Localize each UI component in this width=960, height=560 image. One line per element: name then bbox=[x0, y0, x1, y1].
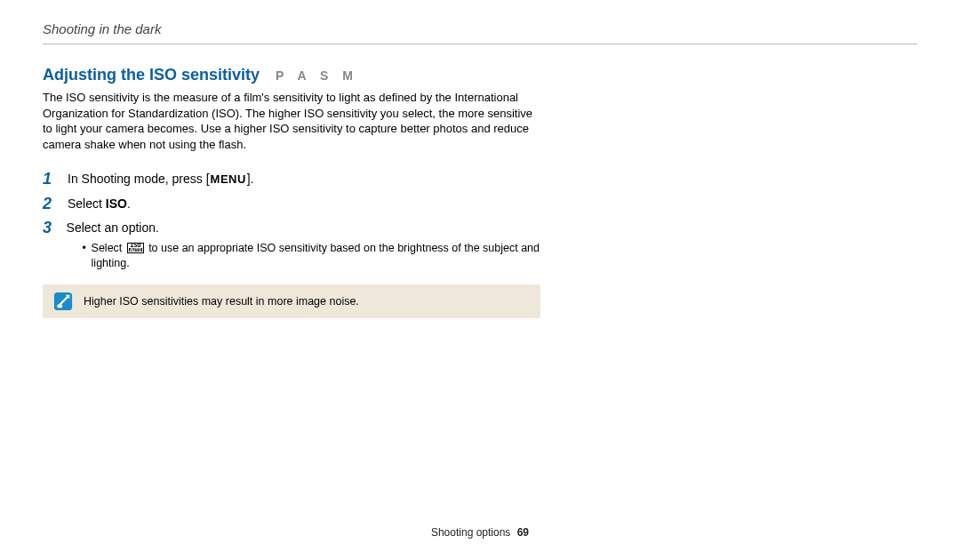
step-text: Select an option. Select ISOAUTO to use … bbox=[67, 219, 540, 271]
step-prefix: Select bbox=[68, 196, 106, 211]
main-content: Adjusting the ISO sensitivity P A S M Th… bbox=[43, 66, 540, 318]
step-number: 2 bbox=[43, 195, 59, 214]
footer-section: Shooting options bbox=[431, 526, 510, 539]
step-text: In Shooting mode, press [MENU]. bbox=[68, 170, 254, 188]
page-footer: Shooting options 69 bbox=[0, 526, 960, 539]
mode-indicators: P A S M bbox=[276, 68, 358, 83]
substep-prefix: Select bbox=[92, 242, 125, 254]
step-bold: ISO bbox=[106, 196, 127, 211]
step-2: 2 Select ISO. bbox=[43, 195, 540, 214]
footer-pagenum: 69 bbox=[517, 526, 529, 539]
step-prefix: In Shooting mode, press [ bbox=[68, 172, 210, 186]
step-main-text: Select an option. bbox=[67, 220, 159, 235]
menu-icon: MENU bbox=[211, 172, 246, 188]
note-icon bbox=[53, 292, 73, 311]
note-text: Higher ISO sensitivities may result in m… bbox=[84, 295, 359, 308]
iso-auto-icon: ISOAUTO bbox=[127, 243, 144, 253]
iso-auto-icon-bottom: AUTO bbox=[129, 248, 142, 252]
step-number: 3 bbox=[43, 219, 58, 238]
note-box: Higher ISO sensitivities may result in m… bbox=[43, 284, 540, 318]
substep-suffix: to use an appropriate ISO sensitivity ba… bbox=[92, 242, 540, 270]
section-heading: Adjusting the ISO sensitivity bbox=[43, 66, 260, 84]
divider bbox=[43, 44, 917, 44]
substep-list: Select ISOAUTO to use an appropriate ISO… bbox=[67, 241, 540, 272]
step-text: Select ISO. bbox=[68, 195, 131, 212]
breadcrumb: Shooting in the dark bbox=[43, 21, 917, 36]
svg-rect-3 bbox=[58, 304, 63, 308]
step-3: 3 Select an option. Select ISOAUTO to us… bbox=[43, 219, 540, 271]
step-list: 1 In Shooting mode, press [MENU]. 2 Sele… bbox=[43, 170, 540, 271]
step-number: 1 bbox=[43, 170, 59, 189]
step-suffix: . bbox=[127, 196, 131, 211]
intro-paragraph: The ISO sensitivity is the measure of a … bbox=[43, 90, 540, 152]
substep: Select ISOAUTO to use an appropriate ISO… bbox=[83, 241, 540, 272]
step-suffix: ]. bbox=[247, 172, 254, 186]
step-1: 1 In Shooting mode, press [MENU]. bbox=[43, 170, 540, 189]
